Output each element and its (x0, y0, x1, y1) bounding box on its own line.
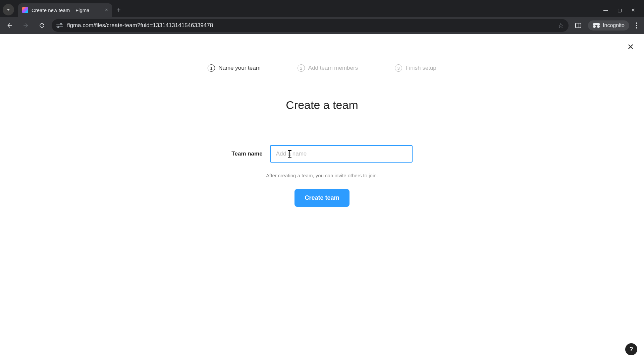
tab-strip: Create new team – Figma × + — ▢ ✕ (0, 0, 644, 17)
bookmark-star-icon[interactable]: ☆ (558, 21, 564, 29)
main: Create a team Team name After creating a… (0, 72, 644, 207)
arrow-right-icon (22, 22, 29, 29)
step-label: Finish setup (406, 65, 436, 71)
forward-button[interactable] (19, 19, 32, 32)
reload-button[interactable] (36, 19, 48, 32)
team-name-row: Team name (231, 145, 412, 163)
browser-tab[interactable]: Create new team – Figma × (18, 3, 112, 17)
chevron-down-icon (7, 9, 10, 11)
page-title: Create a team (286, 99, 358, 112)
step-finish-setup: 3 Finish setup (395, 64, 436, 72)
side-panel-button[interactable] (572, 19, 585, 32)
helper-text: After creating a team, you can invite ot… (266, 173, 378, 178)
new-tab-button[interactable]: + (113, 5, 124, 15)
step-number-icon: 3 (395, 64, 402, 72)
incognito-label: Incognito (603, 22, 625, 28)
site-settings-icon[interactable] (56, 23, 63, 28)
team-name-label: Team name (231, 150, 262, 157)
incognito-indicator[interactable]: Incognito (588, 20, 629, 31)
maximize-button[interactable]: ▢ (618, 7, 622, 13)
browser-menu-button[interactable] (633, 22, 641, 28)
tab-search-button[interactable] (3, 4, 14, 15)
browser-toolbar: figma.com/files/create-team?fuid=1331413… (0, 17, 644, 34)
window-controls: — ▢ ✕ (603, 7, 641, 17)
step-number-icon: 1 (208, 64, 215, 72)
step-label: Name your team (218, 65, 261, 71)
team-name-input-wrapper (270, 145, 413, 163)
tab-close-button[interactable]: × (105, 7, 108, 13)
stepper: 1 Name your team 2 Add team members 3 Fi… (0, 34, 644, 72)
figma-favicon-icon (22, 7, 28, 13)
step-number-icon: 2 (298, 64, 305, 72)
page-close-button[interactable]: ✕ (627, 42, 634, 52)
step-name-team: 1 Name your team (208, 64, 261, 72)
page-content: ✕ 1 Name your team 2 Add team members 3 … (0, 34, 644, 362)
step-label: Add team members (308, 65, 358, 71)
step-add-members: 2 Add team members (298, 64, 358, 72)
team-name-input[interactable] (270, 145, 413, 163)
reload-icon (39, 22, 45, 29)
create-team-button[interactable]: Create team (294, 189, 349, 207)
arrow-left-icon (6, 22, 13, 29)
side-panel-icon (575, 23, 581, 28)
close-window-button[interactable]: ✕ (631, 7, 635, 13)
tab-title: Create new team – Figma (32, 7, 90, 13)
back-button[interactable] (3, 19, 16, 32)
address-bar[interactable]: figma.com/files/create-team?fuid=1331413… (52, 19, 569, 32)
url-text: figma.com/files/create-team?fuid=1331413… (67, 22, 213, 29)
help-button[interactable]: ? (625, 343, 637, 355)
incognito-icon (593, 23, 600, 28)
browser-chrome: Create new team – Figma × + — ▢ ✕ figma.… (0, 0, 644, 34)
minimize-button[interactable]: — (603, 7, 608, 13)
